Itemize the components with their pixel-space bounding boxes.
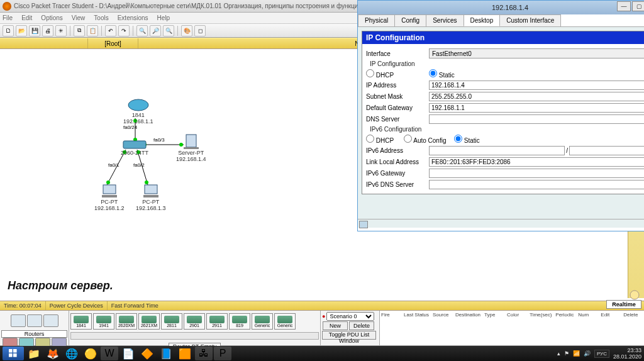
device-model[interactable]: Generic: [274, 313, 296, 330]
power-cycle-button[interactable]: Power Cycle Devices: [46, 301, 108, 310]
link-fa02: fa0/2: [133, 162, 145, 168]
gw-input[interactable]: [429, 103, 644, 113]
zoom-reset-icon[interactable]: 🔎: [150, 25, 161, 36]
ip-config-panel: IP Configuration X Interface FastEtherne…: [362, 31, 644, 194]
firefox-icon[interactable]: 🦊: [44, 347, 62, 360]
copy-icon[interactable]: ⧉: [74, 25, 85, 36]
device-pc0[interactable]: PC-PT 192.168.1.2: [94, 184, 125, 211]
zoom-in-icon[interactable]: 🔍: [136, 25, 148, 36]
pt-taskbar-icon[interactable]: 🖧: [195, 347, 213, 360]
word-icon[interactable]: W: [101, 347, 118, 360]
menu-extensions[interactable]: Extensions: [118, 14, 148, 21]
paste-icon[interactable]: 📋: [87, 25, 98, 36]
tray-up-icon[interactable]: ▴: [557, 350, 560, 357]
lla-input[interactable]: [429, 157, 644, 167]
menu-view[interactable]: View: [72, 14, 86, 21]
menu-options[interactable]: Options: [41, 14, 62, 21]
cfg-max-button[interactable]: ▢: [632, 1, 644, 11]
menu-help[interactable]: Help: [157, 14, 170, 21]
config-title: 192.168.1.4: [492, 4, 528, 11]
root-cell[interactable]: [Root]: [88, 38, 138, 48]
device-model[interactable]: 2911: [206, 313, 228, 330]
device-model-bar: 184119412620XM2621XM281129012911819Gener…: [69, 311, 321, 345]
app-icon[interactable]: 📘: [157, 347, 175, 360]
device-model[interactable]: 2901: [184, 313, 205, 330]
device-model[interactable]: 1941: [93, 313, 114, 330]
save-icon[interactable]: 💾: [29, 25, 40, 36]
device-switch[interactable]: 2960-24TT: [121, 140, 148, 156]
fast-forward-button[interactable]: Fast Forward Time: [108, 301, 162, 310]
palette-icon[interactable]: 🎨: [181, 25, 192, 36]
device-config-window[interactable]: 192.168.1.4 — ▢ ✕ Physical Config Servic…: [357, 0, 644, 231]
ipv6cfg-subheader: IPv6 Configuration: [370, 126, 644, 133]
tab-config[interactable]: Config: [394, 14, 426, 26]
undo-icon[interactable]: ↶: [105, 25, 116, 36]
chrome-icon[interactable]: 🟡: [82, 347, 99, 360]
tray-lang[interactable]: РУС: [594, 350, 609, 358]
new-icon[interactable]: 🗋: [3, 25, 14, 36]
device-model[interactable]: 2621XM: [138, 313, 160, 330]
menu-edit[interactable]: Edit: [21, 14, 32, 21]
tray-net-icon[interactable]: 📶: [573, 350, 580, 357]
tab-services[interactable]: Services: [426, 14, 464, 26]
cat-icon[interactable]: [43, 314, 58, 327]
mask-input[interactable]: [429, 92, 644, 101]
device-model[interactable]: 1841: [70, 313, 92, 330]
cat-icon[interactable]: [27, 314, 42, 327]
libre-icon[interactable]: 📄: [119, 347, 137, 360]
dhcp6-radio[interactable]: [366, 135, 374, 143]
ppt-icon[interactable]: P: [214, 347, 231, 360]
cfg-min-button[interactable]: —: [617, 1, 631, 11]
toggle-pdu-button[interactable]: Toggle PDU List Window: [322, 331, 376, 340]
device-scrollbar[interactable]: [70, 332, 319, 340]
app-icon[interactable]: 🟧: [176, 347, 194, 360]
ipv6gw-input[interactable]: [429, 169, 644, 178]
ipv6prefix-input[interactable]: [569, 146, 644, 155]
cat-icon[interactable]: [11, 314, 26, 327]
zoom-out-icon[interactable]: 🔍: [163, 25, 174, 36]
tab-custom[interactable]: Custom Interface: [499, 14, 561, 26]
scenario-delete-button[interactable]: Delete: [349, 321, 374, 330]
print-icon[interactable]: 🖨: [42, 25, 53, 36]
ipv6dns-input[interactable]: [429, 180, 644, 189]
interface-select[interactable]: FastEthernet0: [429, 48, 644, 58]
redo-icon[interactable]: ↷: [118, 25, 130, 36]
scenario-new-button[interactable]: New: [323, 321, 348, 330]
device-server[interactable]: Server-PT 192.168.1.4: [176, 133, 206, 162]
menu-tools[interactable]: Tools: [94, 14, 108, 21]
config-scrollbar[interactable]: [358, 219, 644, 228]
device-model[interactable]: 819: [229, 313, 250, 330]
pc1-name: PC-PT: [136, 199, 166, 205]
app-icon[interactable]: 🔶: [138, 347, 156, 360]
dns-input[interactable]: [429, 114, 644, 124]
dhcp-radio[interactable]: [366, 69, 374, 77]
ipv6addr-input[interactable]: [429, 146, 565, 155]
explorer-icon[interactable]: 📁: [25, 347, 43, 360]
device-router[interactable]: 1841 192.168.1.1: [123, 98, 153, 125]
ip-input[interactable]: [429, 81, 644, 90]
config-titlebar[interactable]: 192.168.1.4 — ▢ ✕: [358, 1, 644, 14]
device-model[interactable]: 2811: [161, 313, 182, 330]
start-button[interactable]: [3, 347, 24, 360]
auto6-radio[interactable]: [404, 135, 412, 143]
static6-radio[interactable]: [454, 135, 462, 143]
scenario-select[interactable]: Scenario 0: [326, 312, 374, 321]
tray-vol-icon[interactable]: 🔊: [584, 350, 591, 357]
pdu-header: Time(sec): [530, 312, 552, 318]
device-model[interactable]: Generic: [252, 313, 273, 330]
wizard-icon[interactable]: ✳: [55, 25, 67, 36]
open-icon[interactable]: 📂: [16, 25, 27, 36]
pdu-header: Type: [484, 312, 503, 318]
shape-icon[interactable]: ◻: [194, 25, 206, 36]
tray-flag-icon[interactable]: ⚑: [564, 350, 569, 357]
ie-icon[interactable]: 🌐: [63, 347, 80, 360]
device-pc1[interactable]: PC-PT 192.168.1.3: [136, 184, 166, 211]
static-radio[interactable]: [429, 69, 437, 77]
tray-date: 28.01.2020: [613, 353, 641, 360]
tab-physical[interactable]: Physical: [358, 14, 395, 26]
tab-desktop[interactable]: Desktop: [464, 14, 501, 26]
device-model[interactable]: 2620XM: [116, 313, 137, 330]
realtime-handle-icon[interactable]: [628, 289, 641, 301]
menu-file[interactable]: File: [3, 14, 13, 21]
realtime-tab[interactable]: Realtime: [606, 300, 641, 309]
